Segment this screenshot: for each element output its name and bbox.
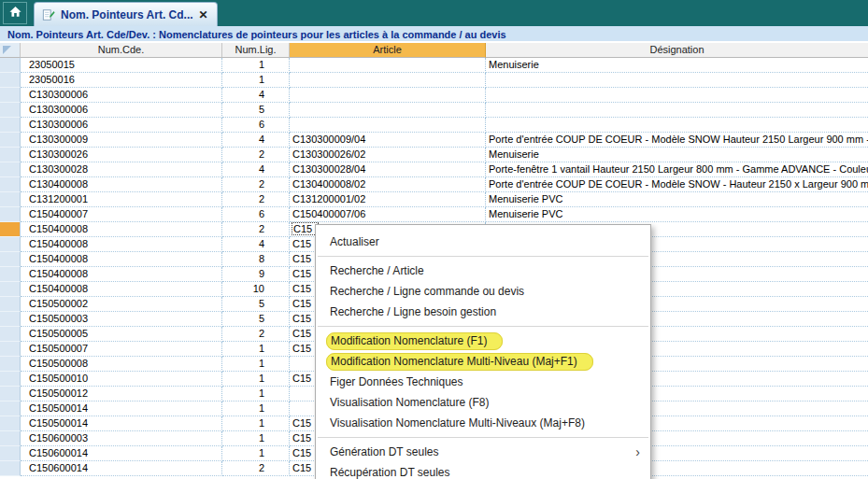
cell-num-cde[interactable]: C131200001: [21, 192, 222, 207]
cell-article[interactable]: C130300026/02: [290, 148, 486, 162]
column-header-designation[interactable]: Désignation: [486, 43, 868, 58]
cell-designation[interactable]: Menuiserie PVC: [486, 207, 868, 222]
row-selector[interactable]: [0, 402, 21, 416]
cell-num-lig[interactable]: 5: [222, 312, 290, 327]
cell-num-cde[interactable]: 23050016: [21, 73, 222, 88]
row-selector[interactable]: [0, 431, 21, 446]
row-selector[interactable]: [0, 73, 21, 88]
table-row[interactable]: C150400007 6 C150400007/06 Menuiserie PV…: [0, 207, 868, 222]
row-selector[interactable]: [0, 118, 21, 133]
cell-num-lig[interactable]: 1: [222, 402, 290, 416]
cell-num-lig[interactable]: 2: [222, 177, 290, 192]
cell-designation[interactable]: [486, 73, 868, 88]
cell-article[interactable]: C130400008/02: [290, 177, 486, 192]
cell-article[interactable]: C130300028/04: [290, 162, 486, 177]
context-menu-item[interactable]: Recherche / Ligne commande ou devis: [316, 281, 650, 302]
table-row[interactable]: 23050015 1 Menuiserie: [0, 58, 868, 73]
cell-num-cde[interactable]: C150400007: [21, 207, 222, 222]
cell-num-cde[interactable]: C130300009: [21, 133, 222, 148]
row-selector[interactable]: [0, 372, 21, 387]
column-header-num-lig[interactable]: Num.Lig.: [222, 43, 290, 58]
context-menu-item[interactable]: Recherche / Article: [316, 261, 650, 281]
cell-num-cde[interactable]: C150500002: [21, 297, 222, 312]
cell-num-cde[interactable]: C150500014: [21, 416, 222, 431]
cell-num-lig[interactable]: 8: [222, 252, 290, 267]
cell-num-lig[interactable]: 2: [222, 327, 290, 342]
cell-num-lig[interactable]: 1: [222, 431, 290, 446]
row-selector[interactable]: [0, 461, 21, 476]
cell-num-lig[interactable]: 2: [222, 222, 290, 237]
cell-num-cde[interactable]: C150600003: [21, 431, 222, 446]
row-selector[interactable]: [0, 192, 21, 207]
cell-num-lig[interactable]: 1: [222, 357, 290, 372]
cell-num-cde[interactable]: C130300026: [21, 148, 222, 162]
cell-num-lig[interactable]: 2: [222, 461, 290, 476]
row-selector[interactable]: [0, 342, 21, 357]
table-row[interactable]: C130400008 2 C130400008/02 Porte d'entré…: [0, 177, 868, 192]
context-menu-item[interactable]: Génération DT seules›: [316, 442, 650, 462]
context-menu-item[interactable]: Recherche / Ligne besoin gestion: [316, 302, 650, 322]
cell-num-lig[interactable]: 4: [222, 162, 290, 177]
row-selector[interactable]: [0, 207, 21, 222]
cell-num-lig[interactable]: 5: [222, 297, 290, 312]
context-menu-item[interactable]: Actualiser: [316, 232, 650, 252]
context-menu-item[interactable]: Visualisation Nomenclature (F8): [316, 392, 650, 413]
row-selector[interactable]: [0, 387, 21, 402]
row-selector[interactable]: [0, 88, 21, 103]
cell-article[interactable]: [290, 88, 486, 103]
cell-num-lig[interactable]: 1: [222, 446, 290, 461]
cell-designation[interactable]: [486, 103, 868, 118]
table-row[interactable]: C130300006 5: [0, 103, 868, 118]
cell-num-cde[interactable]: C150400008: [21, 282, 222, 297]
row-selector[interactable]: [0, 177, 21, 192]
tab-nom-pointeurs[interactable]: Nom. Pointeurs Art. Cd... ✕: [34, 2, 218, 26]
cell-num-cde[interactable]: C150500014: [21, 402, 222, 416]
close-icon[interactable]: ✕: [199, 9, 208, 21]
column-header-num-cde[interactable]: Num.Cde.: [21, 43, 222, 58]
cell-num-cde[interactable]: C130300028: [21, 162, 222, 177]
cell-article[interactable]: [290, 103, 486, 118]
row-selector[interactable]: [0, 312, 21, 327]
context-menu-item[interactable]: Récupération DT seules: [316, 462, 650, 479]
row-selector[interactable]: [0, 282, 21, 297]
context-menu-item[interactable]: Modification Nomenclature Multi-Niveau (…: [316, 351, 650, 372]
cell-designation[interactable]: Menuiserie: [486, 58, 868, 73]
row-selector[interactable]: [0, 103, 21, 118]
table-row[interactable]: C130300028 4 C130300028/04 Porte-fenêtre…: [0, 162, 868, 177]
cell-designation[interactable]: Porte d'entrée COUP DE COEUR - Modèle SN…: [486, 133, 868, 148]
cell-designation[interactable]: [486, 118, 868, 133]
context-menu-item[interactable]: Figer Données Techniques: [316, 372, 650, 392]
cell-num-lig[interactable]: 1: [222, 372, 290, 387]
column-header-article[interactable]: Article: [290, 43, 486, 58]
cell-article[interactable]: C131200001/02: [290, 192, 486, 207]
cell-num-lig[interactable]: 1: [222, 416, 290, 431]
cell-num-cde[interactable]: C150500012: [21, 387, 222, 402]
cell-num-lig[interactable]: 4: [222, 237, 290, 252]
cell-num-lig[interactable]: 1: [222, 387, 290, 402]
cell-num-lig[interactable]: 6: [222, 207, 290, 222]
cell-num-cde[interactable]: C130300006: [21, 88, 222, 103]
cell-designation[interactable]: Menuiserie: [486, 148, 868, 162]
row-selector[interactable]: [0, 237, 21, 252]
row-selector[interactable]: [0, 133, 21, 148]
table-row[interactable]: 23050016 1: [0, 73, 868, 88]
cell-num-cde[interactable]: C150500010: [21, 372, 222, 387]
cell-article[interactable]: [290, 118, 486, 133]
cell-num-cde[interactable]: C150500008: [21, 357, 222, 372]
row-selector[interactable]: [0, 148, 21, 162]
context-menu-item[interactable]: Visualisation Nomenclature Multi-Niveaux…: [316, 413, 650, 433]
cell-num-lig[interactable]: 6: [222, 118, 290, 133]
cell-designation[interactable]: Porte-fenêtre 1 vantail Hauteur 2150 Lar…: [486, 162, 868, 177]
context-menu-item[interactable]: Modification Nomenclature (F1): [316, 331, 650, 351]
row-selector[interactable]: [0, 357, 21, 372]
cell-num-lig[interactable]: 2: [222, 148, 290, 162]
cell-designation[interactable]: Porte d'entrée COUP DE COEUR - Modèle SN…: [486, 177, 868, 192]
cell-num-cde[interactable]: C130300006: [21, 118, 222, 133]
row-selector[interactable]: [0, 252, 21, 267]
cell-num-cde[interactable]: C150500003: [21, 312, 222, 327]
table-row[interactable]: C130300009 4 C130300009/04 Porte d'entré…: [0, 133, 868, 148]
cell-num-cde[interactable]: C150500007: [21, 342, 222, 357]
cell-article[interactable]: [290, 58, 486, 73]
row-selector[interactable]: [0, 58, 21, 73]
cell-num-cde[interactable]: C150400008: [21, 237, 222, 252]
